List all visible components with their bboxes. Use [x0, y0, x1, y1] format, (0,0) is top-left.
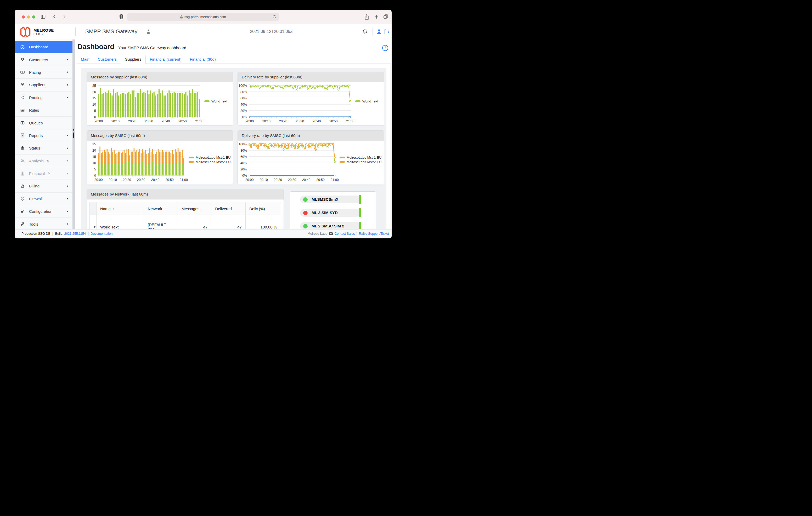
- minimize-window-button[interactable]: [27, 16, 30, 19]
- browser-window: ssg-portal.melroselabs.com: [14, 10, 392, 238]
- dashboard-grid: Messages by supplier (last 60m)051015202…: [81, 68, 386, 230]
- logout-icon[interactable]: [384, 29, 389, 34]
- sidebar-scrollbar-thumb[interactable]: [73, 132, 74, 138]
- svg-text:5: 5: [94, 168, 96, 171]
- sidebar-item-pricing[interactable]: Pricing▼: [14, 66, 72, 79]
- wrench-icon: [20, 221, 25, 226]
- sidebar-item-label: Rules: [29, 108, 39, 113]
- close-window-button[interactable]: [22, 16, 25, 19]
- melrose-labs-logo[interactable]: MELROSE LABS: [20, 26, 54, 38]
- chevron-down-icon: ▼: [66, 71, 68, 73]
- sidebar-item-label: Financial: [29, 171, 45, 176]
- svg-text:20:10: 20:10: [109, 178, 117, 182]
- sort-up-icon[interactable]: ↑: [164, 207, 166, 211]
- svg-text:World Text: World Text: [211, 99, 227, 103]
- sidebar-item-label: Billing: [29, 184, 39, 188]
- help-icon[interactable]: ?: [382, 45, 388, 51]
- svg-text:25: 25: [92, 84, 96, 88]
- sidebar-item-status[interactable]: Status▼: [14, 142, 72, 154]
- tab-customers[interactable]: Customers: [94, 55, 121, 64]
- sidebar-item-queues[interactable]: Queues: [14, 117, 72, 129]
- sidebar-item-customers[interactable]: Customers▼: [14, 53, 72, 66]
- documentation-link[interactable]: Documentation: [90, 232, 113, 236]
- sidebar-item-label: Configuration: [29, 209, 52, 214]
- svg-text:MelroseLabs-Mstr1-EUR: MelroseLabs-Mstr1-EUR: [196, 155, 231, 159]
- sidebar-item-dashboard[interactable]: Dashboard: [14, 41, 72, 53]
- raise-support-ticket-link[interactable]: Raise Support Ticket: [359, 232, 389, 236]
- tab-main[interactable]: Main: [77, 55, 94, 64]
- sidebar-item-analysis[interactable]: Analysis▼: [14, 155, 72, 167]
- sidebar-item-label: Firewall: [29, 196, 42, 201]
- card-messages-by-smsc-last-60m: Messages by SMSC (last 60m)051015202520:…: [87, 130, 233, 184]
- svg-text:World Text: World Text: [362, 99, 378, 103]
- svg-text:10: 10: [92, 103, 96, 107]
- sidebar-item-reports[interactable]: Reports▼: [14, 129, 72, 142]
- register-icon: [20, 183, 25, 189]
- svg-text:100%: 100%: [239, 84, 247, 88]
- chevron-down-icon: ▼: [66, 223, 68, 225]
- tab-overview-icon[interactable]: [383, 14, 388, 19]
- privacy-shield-icon[interactable]: [119, 13, 124, 20]
- share-icon[interactable]: [364, 14, 369, 20]
- gears-icon: [20, 209, 25, 214]
- new-tab-icon[interactable]: [374, 14, 379, 19]
- status-bar: [359, 195, 361, 204]
- svg-text:20:40: 20:40: [313, 119, 321, 123]
- brand-line1: MELROSE: [33, 28, 54, 32]
- chevron-down-icon: ▼: [66, 96, 68, 99]
- sidebar-item-billing[interactable]: Billing▼: [14, 180, 72, 192]
- svg-text:60%: 60%: [240, 155, 247, 159]
- sidebar-item-firewall[interactable]: Firewall▼: [14, 193, 72, 205]
- svg-text:10: 10: [92, 161, 96, 165]
- header-divider: [75, 27, 76, 36]
- status-bar: [359, 208, 361, 217]
- svg-text:21:00: 21:00: [180, 178, 188, 182]
- sidebar-item-configuration[interactable]: Configuration▼: [14, 205, 72, 218]
- svg-text:0: 0: [94, 174, 96, 178]
- user-profile-icon[interactable]: [376, 29, 382, 34]
- column-header-network[interactable]: Network↑: [144, 202, 178, 215]
- zoom-window-button[interactable]: [32, 16, 35, 19]
- row-expander-icon[interactable]: ▼: [90, 215, 96, 230]
- forward-button[interactable]: [61, 14, 67, 20]
- svg-text:21:00: 21:00: [346, 119, 354, 123]
- chart-delivery-rate-by-smsc-last-60m: 0%20%40%60%80%100%20:0020:1020:2020:3020…: [239, 142, 382, 184]
- build-label: Build:: [55, 232, 63, 236]
- sidebar-item-financial[interactable]: Financial▼: [14, 167, 72, 180]
- svg-text:80%: 80%: [240, 90, 247, 94]
- card-messages-by-supplier-last-60m: Messages by supplier (last 60m)051015202…: [87, 72, 233, 126]
- tab-suppliers[interactable]: Suppliers: [121, 55, 146, 64]
- status-pill-ml-3-sim-syd[interactable]: ML 3 SIM SYD: [300, 209, 361, 217]
- tab-financial-current[interactable]: Financial (current): [146, 55, 186, 64]
- sort-up-icon[interactable]: ↑: [113, 207, 115, 211]
- chevron-down-icon: ▼: [66, 84, 68, 86]
- envelope-icon: [329, 232, 333, 235]
- build-version-link[interactable]: 2021.255.1154: [64, 232, 86, 236]
- status-pill-mlsmscsimx[interactable]: MLSMSCSimX: [300, 195, 361, 203]
- status-pill-ml-2-smsc-sim-2[interactable]: ML 2 SMSC SIM 2: [300, 222, 361, 230]
- sidebar-item-label: Customers: [29, 58, 48, 62]
- tab-financial-30d[interactable]: Financial (30d): [185, 55, 220, 64]
- sidebar-item-suppliers[interactable]: Suppliers▼: [14, 79, 72, 91]
- sidebar-collapse-icon[interactable]: [73, 129, 74, 131]
- contact-sales-link[interactable]: Contact Sales: [335, 232, 355, 236]
- sidebar-toggle-icon[interactable]: [40, 14, 46, 20]
- account-person-icon[interactable]: [146, 29, 151, 34]
- status-dot-icon: [303, 198, 308, 202]
- sidebar-item-rules[interactable]: Rules: [14, 104, 72, 117]
- svg-text:20:50: 20:50: [178, 119, 186, 123]
- back-button[interactable]: [52, 14, 58, 20]
- reload-icon[interactable]: [272, 14, 276, 19]
- card-messages-by-network-last-60m: Messages by Network (last 60m)Name↑Netwo…: [87, 189, 284, 230]
- chevron-down-icon: ▼: [66, 147, 68, 150]
- banknote-icon: [20, 69, 25, 75]
- svg-text:20:20: 20:20: [128, 119, 136, 123]
- shieldcheck-icon: [20, 196, 25, 201]
- sidebar-item-routing[interactable]: Routing▼: [14, 91, 72, 104]
- notifications-bell-icon[interactable]: [362, 29, 368, 35]
- sidebar-item-tools[interactable]: Tools▼: [14, 218, 72, 230]
- address-bar[interactable]: ssg-portal.melroselabs.com: [127, 13, 279, 21]
- svg-text:20:20: 20:20: [274, 178, 282, 182]
- column-header-name[interactable]: Name↑: [96, 202, 144, 215]
- tab-content-container: Messages by supplier (last 60m)051015202…: [77, 63, 391, 230]
